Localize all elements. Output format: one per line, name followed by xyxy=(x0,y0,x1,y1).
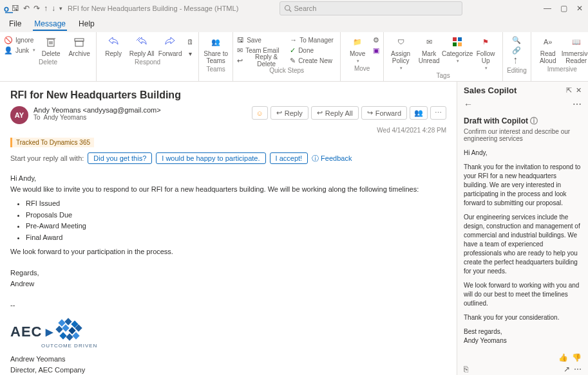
thumbs-up-icon[interactable]: 👍 xyxy=(558,353,568,362)
pane-title: Sales Copilot xyxy=(464,86,566,95)
trash-icon xyxy=(44,35,57,49)
logo-tagline: OUTCOME DRIVEN xyxy=(41,342,446,350)
mail-icon: ✉ xyxy=(237,46,243,55)
tab-file[interactable]: File xyxy=(8,18,23,31)
pane-close-icon[interactable]: ✕ xyxy=(576,86,582,95)
book-icon: 📖 xyxy=(572,35,581,49)
qs-done[interactable]: ✓Done xyxy=(290,45,336,55)
find-button[interactable]: 🔍 xyxy=(512,35,521,45)
respond-more[interactable]: 🗓▾ xyxy=(185,35,194,57)
teams-icon: 👥 xyxy=(211,35,220,49)
teams-icon: 👥 xyxy=(414,109,423,117)
undo-icon[interactable]: ↶ xyxy=(23,4,30,13)
qs-reply-delete[interactable]: ↩Reply & Delete xyxy=(237,55,287,66)
speaker-icon: A» xyxy=(544,35,552,49)
policy-icon: 🛡 xyxy=(397,35,404,49)
search-box[interactable]: Search xyxy=(280,1,462,15)
categorize-button[interactable]: Categorize xyxy=(444,35,470,64)
rules-button[interactable]: ⚙ xyxy=(373,35,379,45)
forward-button[interactable]: Forward xyxy=(157,35,183,57)
quick-chip-3[interactable]: I accept! xyxy=(270,152,308,164)
more-actions[interactable]: ⋯ xyxy=(430,106,446,120)
svg-rect-11 xyxy=(453,42,457,46)
group-label: Teams xyxy=(206,66,225,73)
related-button[interactable]: 🔗 xyxy=(512,45,521,55)
qs-create-new[interactable]: ✎Create New xyxy=(290,55,336,66)
delete-button[interactable]: Delete xyxy=(38,35,64,57)
archive-icon xyxy=(73,35,86,49)
quick-chip-1[interactable]: Did you get this? xyxy=(88,152,152,164)
reply-button[interactable]: Reply xyxy=(100,35,126,57)
up-icon[interactable]: ↑ xyxy=(44,4,48,13)
folder-move-icon: 📁 xyxy=(353,35,362,49)
list-item: Final Award xyxy=(26,232,446,243)
maximize-button[interactable]: ▢ xyxy=(560,4,567,13)
forward-icon xyxy=(164,35,176,49)
disk-icon: 🖫 xyxy=(237,36,244,44)
info-icon: ⓘ xyxy=(312,154,319,163)
expand-icon[interactable]: ⇱ xyxy=(566,86,572,95)
list-item: RFI Issued xyxy=(26,198,446,209)
search-placeholder: Search xyxy=(294,5,317,12)
onenote-button[interactable]: ▣ xyxy=(373,45,379,55)
list-item: Proposals Due xyxy=(26,210,446,221)
select-button[interactable]: ⭫ xyxy=(512,55,521,66)
title-bar: o͟ 🖫 ↶ ↷ ↑ ↓ ▾ RFI for New Headquarters … xyxy=(0,0,588,17)
message-body: Hi Andy, We would like to invite you to … xyxy=(10,173,446,375)
forward-action[interactable]: ↪Forward xyxy=(361,106,407,120)
company-logo: AEC ▸ xyxy=(10,319,446,342)
qs-save[interactable]: 🖫Save xyxy=(237,35,287,45)
reply-all-action[interactable]: ↩Reply All xyxy=(311,106,359,120)
group-label: Respond xyxy=(135,59,160,66)
quick-chip-2[interactable]: I would be happy to participate. xyxy=(156,152,265,164)
down-icon[interactable]: ↓ xyxy=(52,4,55,13)
menu-tabs: File Message Help xyxy=(0,17,588,32)
save-icon[interactable]: 🖫 xyxy=(12,4,19,13)
group-label: Editing xyxy=(507,67,527,74)
qs-to-manager[interactable]: →To Manager xyxy=(290,35,336,45)
reply-all-button[interactable]: Reply All xyxy=(129,35,155,57)
check-icon: ✓ xyxy=(290,46,296,55)
message-timestamp: Wed 4/14/2021 4:28 PM xyxy=(10,127,446,134)
draft-title: Draft with Copilot xyxy=(464,116,528,125)
tab-message[interactable]: Message xyxy=(33,18,67,31)
reply-action[interactable]: ↩Reply xyxy=(270,106,308,120)
share-teams-button[interactable]: 👥Share to Teams xyxy=(203,35,229,64)
info-icon[interactable]: ⓘ xyxy=(530,116,538,125)
follow-up-button[interactable]: ⚑Follow Up xyxy=(473,35,498,71)
feedback-link[interactable]: ⓘFeedback xyxy=(312,154,352,163)
copy-button[interactable]: ⎘ xyxy=(464,365,468,374)
back-button[interactable]: ← xyxy=(464,99,473,109)
minimize-button[interactable]: — xyxy=(544,4,551,13)
share-icon[interactable]: ↗ xyxy=(564,365,570,374)
footer-more-icon[interactable]: ⋯ xyxy=(574,365,582,374)
immersive-reader-button[interactable]: 📖Immersive Reader xyxy=(564,35,588,64)
tab-help[interactable]: Help xyxy=(77,18,96,31)
new-icon: ✎ xyxy=(290,57,296,65)
link-icon: 🔗 xyxy=(512,46,521,55)
forward-icon: ↪ xyxy=(367,109,373,117)
outlook-icon: o͟ xyxy=(4,4,9,14)
reply-icon: ↩ xyxy=(276,109,282,117)
categories-icon xyxy=(451,35,463,49)
smile-button[interactable]: ☺ xyxy=(252,106,268,120)
qat-dropdown-icon[interactable]: ▾ xyxy=(59,5,62,12)
archive-button[interactable]: Archive xyxy=(66,35,92,57)
svg-rect-9 xyxy=(453,37,457,41)
reply-icon xyxy=(107,35,120,49)
message-pane: RFI for New Headquarters Building AY And… xyxy=(0,82,457,375)
pane-more-icon[interactable]: ⋯ xyxy=(573,99,582,109)
reply-all-icon: ↩ xyxy=(317,109,323,117)
assign-policy-button[interactable]: 🛡Assign Policy xyxy=(388,35,413,71)
teams-action[interactable]: 👥 xyxy=(410,106,428,120)
thumbs-down-icon[interactable]: 👎 xyxy=(572,353,582,362)
move-button[interactable]: 📁Move xyxy=(345,35,370,64)
junk-button[interactable]: 👤Junk xyxy=(4,45,35,55)
more-icon: ⋯ xyxy=(435,109,442,117)
avatar: AY xyxy=(10,106,28,124)
mark-unread-button[interactable]: ✉Mark Unread xyxy=(416,35,442,64)
list-item: Pre-Award Meeting xyxy=(26,221,446,232)
redo-icon[interactable]: ↷ xyxy=(33,4,40,13)
close-button[interactable]: ✕ xyxy=(576,4,583,13)
read-aloud-button[interactable]: A»Read Aloud xyxy=(535,35,561,64)
